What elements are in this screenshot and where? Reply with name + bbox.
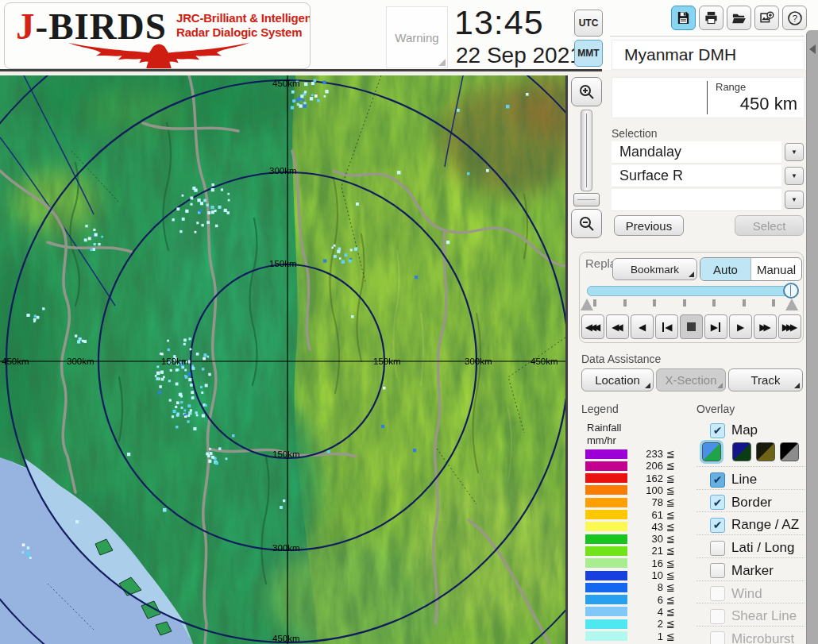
legend-swatch (585, 461, 627, 471)
legend-swatch (585, 619, 627, 629)
overlay-item-microburst[interactable]: Microburst (696, 630, 804, 644)
open-folder-button[interactable] (727, 6, 751, 30)
legend-swatch (585, 583, 627, 592)
zoom-out-button[interactable] (571, 209, 602, 238)
selection-label: Selection (612, 127, 658, 140)
dropdown-arrow-icon[interactable]: ▼ (785, 167, 804, 185)
overlay-item-wind[interactable]: Wind (696, 584, 804, 604)
map-style-swatch-1[interactable] (702, 442, 721, 461)
checkbox[interactable]: ✔ (710, 472, 725, 488)
dropdown-arrow-icon[interactable]: ▼ (785, 143, 804, 161)
select-button[interactable]: Select (735, 215, 804, 236)
corner-arrow-icon (689, 272, 694, 277)
overlay-item-map[interactable]: ✔ Map (696, 421, 804, 440)
skip-back-button[interactable]: ◀ (655, 314, 678, 339)
add-image-button[interactable] (754, 6, 779, 30)
header-bar: J-BIRDS JRC-Brilliant & Intelligent Rada… (0, 0, 818, 70)
x-section-button[interactable]: X-Section (656, 368, 726, 391)
dropdown-arrow-icon[interactable]: ▼ (785, 191, 804, 209)
rewind-1-button[interactable]: ◀ (631, 314, 654, 339)
checkbox[interactable]: ✔ (710, 495, 725, 510)
less-equal-symbol: ≦ (666, 606, 675, 618)
playback-controls: ◀◀◀◀◀◀◀▶▶▶▶▶▶▶ (581, 314, 801, 339)
legend-entry: 30≦ (585, 534, 675, 544)
overlay-item-marker[interactable]: Marker (696, 561, 804, 580)
rewind-3-button[interactable]: ◀◀◀ (581, 314, 604, 339)
help-button[interactable]: ? (782, 6, 807, 30)
legend-title: Rainfall (587, 422, 621, 434)
play-button[interactable]: ▶ (729, 314, 752, 339)
rewind-2-button[interactable]: ◀◀ (606, 314, 629, 339)
skip-forward-button[interactable]: ▶ (704, 314, 727, 339)
fast-forward-2-button[interactable]: ▶▶ (754, 314, 777, 339)
svg-text:?: ? (792, 13, 797, 23)
legend-entry: 1≦ (585, 631, 675, 642)
overlay-item-line[interactable]: ✔Line (696, 470, 804, 489)
check-icon: ✔ (713, 497, 723, 508)
map-style-swatch-3[interactable] (756, 442, 775, 461)
mmt-button[interactable]: MMT (574, 40, 603, 67)
auto-button[interactable]: Auto (700, 258, 750, 280)
checkbox[interactable] (710, 541, 725, 556)
fast-forward-3-button[interactable]: ▶▶▶ (778, 314, 801, 339)
legend-entry: 233≦ (585, 449, 675, 459)
legend-entry: 21≦ (585, 546, 675, 556)
stop-button[interactable] (680, 314, 703, 339)
bookmark-button[interactable]: Bookmark (612, 258, 697, 280)
warning-panel[interactable]: Warning (386, 6, 448, 68)
check-icon: ✔ (713, 474, 723, 485)
clock-date: 22 Sep 2021 (456, 43, 582, 68)
replay-slider-handle[interactable] (783, 283, 799, 299)
corner-arrow-icon (645, 383, 650, 388)
radar-map[interactable]: 450km300km150km150km300km450km450km300km… (0, 75, 565, 644)
checkbox[interactable]: ✔ (710, 518, 725, 533)
range-value: 450 km (740, 94, 797, 114)
utc-button[interactable]: UTC (574, 10, 603, 37)
less-equal-symbol: ≦ (666, 521, 675, 533)
legend-swatch (585, 558, 627, 568)
map-style-swatch-4[interactable] (780, 442, 799, 461)
slider-tick (743, 299, 746, 307)
slider-end-marker[interactable] (785, 299, 798, 310)
site-dropdown[interactable]: Mandalay (612, 141, 781, 164)
product-dropdown[interactable]: Surface R (612, 165, 781, 187)
legend-label: Legend (581, 403, 619, 415)
checkbox[interactable] (710, 563, 725, 578)
legend-entry: 61≦ (585, 510, 675, 520)
save-button[interactable] (671, 6, 696, 30)
auto-manual-toggle: Auto Manual (700, 257, 802, 281)
option-dropdown[interactable] (612, 189, 781, 211)
overlay-item-lati-long[interactable]: Lati / Long (696, 538, 804, 557)
checkbox-map[interactable]: ✔ (710, 423, 725, 438)
check-icon: ✔ (713, 519, 723, 530)
manual-button[interactable]: Manual (750, 258, 801, 280)
replay-slider-track[interactable] (587, 286, 792, 296)
checkbox[interactable] (710, 609, 725, 624)
legend-value: 206 (627, 460, 663, 472)
zoom-slider-handle[interactable] (573, 193, 600, 206)
panel-edge-strip[interactable] (806, 30, 818, 644)
corner-arrow-icon (438, 59, 446, 66)
divider (610, 36, 804, 37)
print-button[interactable] (699, 6, 723, 30)
legend-entry: 100≦ (585, 485, 675, 496)
collapse-panel-icon[interactable] (809, 44, 816, 54)
map-style-swatch-2[interactable] (732, 442, 751, 461)
range-label: Range (716, 81, 746, 93)
overlay-item-range-az[interactable]: ✔Range / AZ (696, 515, 804, 534)
checkbox[interactable] (710, 586, 725, 601)
overlay-item-shear-line[interactable]: Shear Line (696, 607, 804, 626)
zoom-slider-track[interactable] (581, 110, 592, 191)
overlay-item-border[interactable]: ✔Border (696, 493, 804, 512)
app-logo: J-BIRDS JRC-Brilliant & Intelligent Rada… (4, 2, 311, 69)
svg-text:300km: 300km (272, 543, 300, 553)
slider-start-marker[interactable] (581, 299, 593, 310)
track-button[interactable]: Track (728, 368, 803, 391)
zoom-in-button[interactable] (571, 77, 602, 106)
overlay-label: Overlay (696, 403, 735, 415)
print-icon (704, 10, 719, 25)
location-button[interactable]: Location (581, 368, 654, 391)
range-display: Range 450 km (612, 77, 804, 118)
checkbox[interactable] (710, 631, 725, 644)
previous-button[interactable]: Previous (614, 215, 684, 236)
